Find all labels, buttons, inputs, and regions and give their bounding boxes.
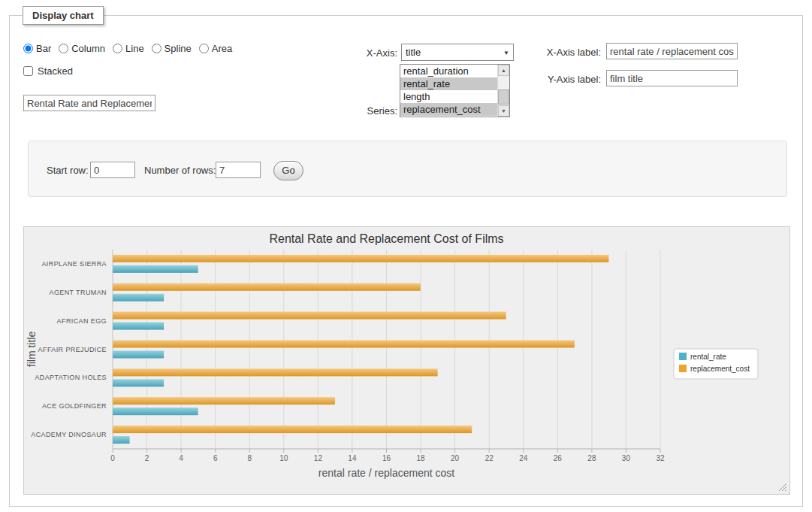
x-tick-label: 30 [622,454,631,462]
x-axis-title: rental rate / replacement cost [318,467,454,479]
x-tick-label: 16 [382,454,391,462]
radio-bar[interactable] [23,44,33,53]
stacked-checkbox-row[interactable]: Stacked [23,65,73,77]
chart-type-radio-group: BarColumnLineSplineArea [23,43,232,54]
x-tick-label: 20 [451,454,460,462]
legend-item-rental_rate[interactable]: rental_rate [679,353,726,361]
radio-label: Area [212,43,232,54]
chevron-down-icon: ▼ [503,50,509,56]
bar-rental_rate[interactable] [113,436,130,444]
series-option-length[interactable]: length [400,90,497,103]
page: { "window": { "legend": "Display chart" … [0,0,812,512]
y-category-label: AIRPLANE SIERRA [41,260,107,268]
x-tick-label: 22 [485,454,494,462]
number-of-rows-label: Number of rows: [144,165,216,176]
bar-replacement_cost[interactable] [113,397,335,404]
x-tick-label: 24 [519,454,528,462]
y-axis-title: film title [26,332,38,368]
y-axis-label-input[interactable] [606,70,738,86]
resize-handle[interactable] [779,483,786,491]
chart-type-radio-column[interactable]: Column [59,43,105,54]
bar-rental_rate[interactable] [113,407,198,415]
chart-title-input[interactable] [23,95,155,111]
number-of-rows-input[interactable] [216,162,261,178]
radio-column[interactable] [59,44,68,53]
bar-replacement_cost[interactable] [113,255,608,262]
stacked-label: Stacked [38,65,73,77]
series-listbox[interactable]: rental_durationrental_ratelengthreplacem… [400,64,510,117]
radio-label: Spline [165,43,192,54]
x-tick-label: 8 [248,454,252,462]
y-category-label: AGENT TRUMAN [50,289,107,296]
x-tick-label: 0 [110,454,115,462]
bar-rental_rate[interactable] [113,323,164,330]
x-axis-selected-value: title [406,47,421,58]
fieldset-legend: Display chart [23,6,104,25]
bar-chart: 02468101214161820222426283032AIRPLANE SI… [23,226,790,495]
chart-type-radio-bar[interactable]: Bar [23,43,51,54]
bar-rental_rate[interactable] [113,379,164,386]
legend-label: replacement_cost [690,365,750,373]
y-category-label: AFFAIR PREJUDICE [38,346,107,353]
x-tick-label: 28 [587,454,596,462]
legend-swatch [679,365,687,372]
bar-replacement_cost[interactable] [113,426,472,433]
legend-item-replacement_cost[interactable]: replacement_cost [679,365,750,373]
go-button[interactable]: Go [273,161,303,180]
chart-type-radio-spline[interactable]: Spline [152,43,192,54]
y-category-label: ACADEMY DINOSAUR [31,431,107,438]
row-range-panel: Start row: Number of rows: Go [28,141,787,197]
x-tick-label: 10 [279,454,288,462]
series-scrollbar[interactable]: ▲ ▼ [497,65,509,117]
legend-label: rental_rate [690,353,726,361]
bar-replacement_cost[interactable] [113,341,575,348]
bar-replacement_cost[interactable] [113,283,421,291]
chart-type-radio-area[interactable]: Area [199,43,232,54]
start-row-input[interactable] [90,162,135,178]
series-option-rental_duration[interactable]: rental_duration [400,65,497,77]
radio-spline[interactable] [152,44,161,53]
radio-area[interactable] [199,44,209,53]
x-tick-label: 26 [554,454,563,462]
chart-type-radio-line[interactable]: Line [113,43,144,54]
series-listbox-label: Series: [318,105,397,117]
bar-rental_rate[interactable] [113,265,198,273]
x-tick-label: 14 [348,454,357,462]
scrollbar-thumb[interactable] [498,89,509,105]
x-tick-label: 2 [145,454,149,462]
x-axis-label-label: X-Axis label: [526,47,601,58]
x-axis-label-input[interactable] [606,43,738,59]
radio-label: Bar [36,43,51,54]
y-category-label: ACE GOLDFINGER [42,402,107,410]
x-tick-label: 32 [656,454,665,462]
radio-line[interactable] [113,44,122,53]
scroll-up-icon[interactable]: ▲ [498,65,509,76]
scroll-down-icon[interactable]: ▼ [498,105,509,117]
bar-rental_rate[interactable] [113,351,164,359]
chart-svg: 02468101214161820222426283032AIRPLANE SI… [24,227,789,494]
x-axis-select-label: X-Axis: [318,47,397,59]
start-row-label: Start row: [47,165,89,176]
bar-replacement_cost[interactable] [113,368,438,376]
x-tick-label: 12 [314,454,323,462]
y-category-label: ADAPTATION HOLES [35,374,107,381]
display-chart-fieldset: Display chart BarColumnLineSplineArea St… [9,15,803,507]
stacked-checkbox[interactable] [23,66,33,76]
series-option-replacement_cost[interactable]: replacement_cost [400,103,497,116]
radio-label: Column [71,43,105,54]
series-option-rental_rate[interactable]: rental_rate [400,77,497,90]
x-axis-select[interactable]: title ▼ [401,44,514,61]
bar-rental_rate[interactable] [113,294,164,301]
legend-swatch [679,353,687,360]
series-options: rental_durationrental_ratelengthreplacem… [400,65,497,117]
x-tick-label: 18 [417,454,426,462]
x-tick-label: 6 [213,454,218,462]
radio-label: Line [125,43,144,54]
bar-replacement_cost[interactable] [113,312,506,320]
y-axis-label-label: Y-Axis label: [526,74,601,85]
chart-title: Rental Rate and Replacement Cost of Film… [269,232,503,245]
x-tick-label: 4 [179,454,183,462]
y-category-label: AFRICAN EGG [57,317,107,325]
